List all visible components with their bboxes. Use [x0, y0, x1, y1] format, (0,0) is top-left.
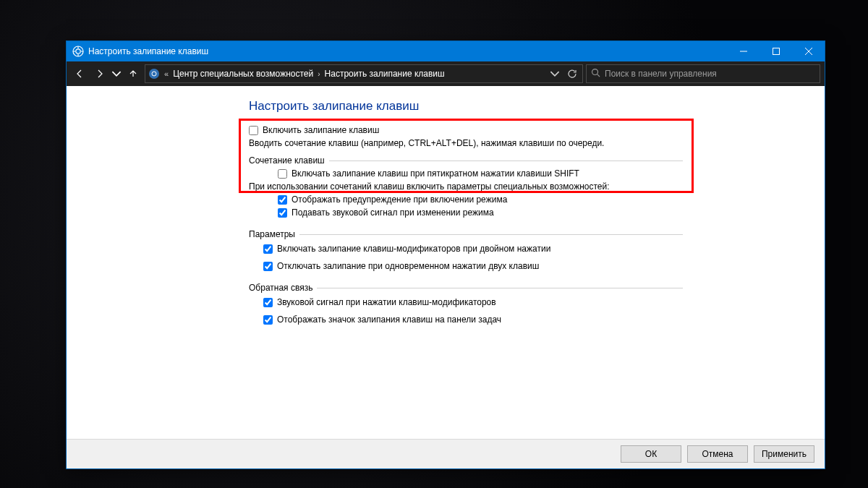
svg-point-5: [592, 69, 598, 75]
checkbox-turnoff-two[interactable]: [263, 262, 273, 271]
label-shift5: Включать залипание клавиш при пятикратно…: [292, 168, 579, 179]
cancel-button[interactable]: Отмена: [687, 445, 748, 463]
refresh-button[interactable]: [565, 65, 579, 82]
label-turnoff-two: Отключать залипание при одновременном на…: [277, 261, 539, 271]
svg-point-3: [149, 69, 159, 79]
app-icon: [72, 46, 84, 57]
svg-point-1: [76, 49, 80, 53]
recent-dropdown[interactable]: [111, 65, 122, 82]
addr-double-chevron-icon: «: [164, 69, 169, 78]
apply-label: Применить: [762, 449, 807, 459]
enable-sticky-desc: Вводить сочетание клавиш (например, CTRL…: [249, 138, 683, 148]
checkbox-lock-double[interactable]: [263, 244, 273, 254]
checkbox-shift5[interactable]: [278, 169, 287, 179]
chevron-right-icon: ›: [318, 70, 320, 78]
group-shortcut: Сочетание клавиш: [249, 155, 683, 166]
titlebar[interactable]: Настроить залипание клавиш: [67, 41, 825, 61]
desktop-background: Настроить залипание клавиш: [0, 0, 868, 488]
apply-button[interactable]: Применить: [754, 445, 814, 463]
content-area: Настроить залипание клавиш Включить зали…: [67, 86, 825, 439]
label-tray-icon: Отображать значок залипания клавиш на па…: [277, 314, 501, 325]
svg-rect-2: [773, 48, 779, 55]
up-button[interactable]: [124, 65, 142, 82]
group-feedback: Обратная связь: [249, 283, 683, 293]
breadcrumb-seg-2[interactable]: Настроить залипание клавиш: [325, 69, 445, 79]
close-button[interactable]: [792, 41, 825, 61]
label-sound-press: Звуковой сигнал при нажатии клавиш-модиф…: [277, 297, 496, 307]
search-input[interactable]: Поиск в панели управления: [586, 64, 820, 83]
ok-label: ОК: [645, 449, 657, 459]
search-placeholder: Поиск в панели управления: [605, 69, 717, 79]
back-button[interactable]: [71, 65, 88, 82]
minimize-button[interactable]: [727, 41, 760, 61]
breadcrumb-seg-1[interactable]: Центр специальных возможностей: [173, 69, 313, 79]
group-feedback-label: Обратная связь: [249, 283, 312, 293]
dialog-footer: ОК Отмена Применить: [67, 439, 825, 468]
checkbox-sound-press[interactable]: [263, 298, 273, 307]
checkbox-tray-icon[interactable]: [263, 315, 273, 325]
forward-button[interactable]: [91, 65, 109, 82]
address-bar[interactable]: « Центр специальных возможностей › Настр…: [145, 64, 583, 83]
ease-of-access-icon: [148, 68, 160, 80]
when-using-desc: При использовании сочетаний клавиш включ…: [249, 181, 683, 192]
ok-button[interactable]: ОК: [621, 445, 681, 463]
checkbox-enable-sticky[interactable]: [249, 126, 258, 135]
checkbox-warn[interactable]: [278, 195, 287, 205]
group-shortcut-label: Сочетание клавиш: [249, 155, 325, 166]
group-params-label: Параметры: [249, 229, 295, 239]
group-params: Параметры: [249, 229, 683, 239]
label-warn: Отображать предупреждение при включении …: [292, 194, 507, 205]
window-title: Настроить залипание клавиш: [88, 46, 208, 56]
search-icon: [591, 68, 600, 80]
label-lock-double: Включать залипание клавиш-модификаторов …: [277, 244, 550, 254]
control-panel-window: Настроить залипание клавиш: [66, 40, 825, 469]
checkbox-sound-change[interactable]: [278, 208, 287, 218]
maximize-button[interactable]: [760, 41, 792, 61]
page-title: Настроить залипание клавиш: [249, 99, 683, 114]
label-sound-change: Подавать звуковой сигнал при изменении р…: [292, 207, 494, 218]
cancel-label: Отмена: [702, 449, 733, 459]
label-enable-sticky: Включить залипание клавиш: [263, 125, 379, 135]
nav-toolbar: « Центр специальных возможностей › Настр…: [67, 61, 825, 86]
address-dropdown[interactable]: [549, 65, 561, 82]
